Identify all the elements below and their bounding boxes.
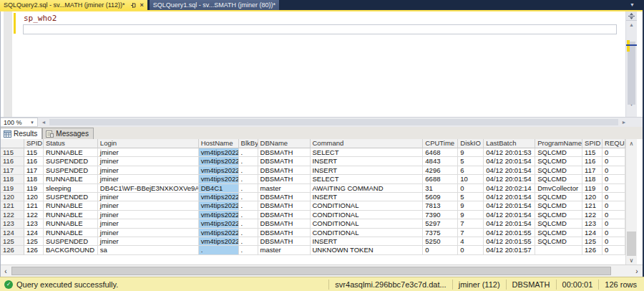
grid-cell[interactable]: 0	[602, 175, 625, 183]
grid-cell[interactable]: RUNNABLE	[44, 219, 98, 228]
grid-cell[interactable]: vm4tips2022q1	[199, 157, 239, 166]
scroll-left-icon[interactable]: ‹	[1, 265, 11, 277]
grid-cell[interactable]: 04/12 20:01:54	[484, 219, 535, 228]
scroll-up-icon[interactable]: ∧	[626, 139, 637, 148]
tab-messages[interactable]: Messages	[42, 128, 94, 139]
grid-cell[interactable]: 7390	[423, 211, 458, 219]
grid-cell[interactable]: SUSPENDED	[44, 237, 98, 246]
grid-cell[interactable]: SELECT	[311, 175, 424, 183]
grid-cell[interactable]: jminer	[98, 148, 199, 157]
grid-header-cell[interactable]: CPUTime	[423, 139, 458, 148]
grid-cell[interactable]: 115	[24, 148, 44, 157]
scroll-down-icon[interactable]: ∨	[626, 256, 637, 264]
grid-cell[interactable]: RUNNABLE	[44, 148, 98, 157]
grid-cell[interactable]: .	[199, 246, 239, 254]
grid-cell[interactable]: 125	[24, 237, 44, 246]
grid-cell[interactable]: 0	[423, 246, 458, 254]
grid-cell[interactable]: .	[239, 246, 258, 254]
grid-cell[interactable]: DmvCollector	[535, 184, 582, 193]
grid-cell[interactable]: 0	[602, 211, 625, 219]
grid-cell[interactable]: 123	[582, 219, 602, 228]
grid-cell[interactable]: 122	[582, 211, 602, 219]
grid-cell[interactable]: 04/12 20:01:55	[484, 229, 535, 237]
grid-cell[interactable]: BACKGROUND	[44, 246, 98, 254]
grid-scroll-thumb[interactable]	[627, 232, 636, 256]
grid-cell[interactable]: 118	[1, 175, 24, 183]
grid-cell[interactable]	[535, 246, 582, 254]
grid-cell[interactable]: DBSMATH	[258, 166, 311, 175]
chevron-down-icon[interactable]: ▼	[630, 2, 635, 7]
grid-cell[interactable]: jminer	[98, 166, 199, 175]
grid-cell[interactable]: 04/12 20:01:54	[484, 166, 535, 175]
grid-cell[interactable]: jminer	[98, 219, 199, 228]
grid-cell[interactable]: 118	[24, 175, 44, 183]
grid-cell[interactable]: .	[239, 193, 258, 201]
grid-cell[interactable]: INSERT	[311, 157, 424, 166]
grid-cell[interactable]: 0	[602, 157, 625, 166]
grid-cell[interactable]: vm4tips2022q1	[199, 201, 239, 210]
grid-cell[interactable]: 118	[582, 175, 602, 183]
grid-header-cell[interactable]: BlkBy	[239, 139, 258, 148]
grid-cell[interactable]: vm4tips2022q1	[199, 237, 239, 246]
grid-cell[interactable]: 0	[602, 148, 625, 157]
grid-cell[interactable]: .	[239, 148, 258, 157]
grid-cell[interactable]: 116	[582, 157, 602, 166]
grid-cell[interactable]: DBSMATH	[258, 229, 311, 237]
grid-cell[interactable]: 119	[24, 184, 44, 193]
grid-cell[interactable]: .	[239, 157, 258, 166]
grid-hscroll-thumb[interactable]	[11, 267, 611, 275]
grid-cell[interactable]: 0	[602, 237, 625, 246]
grid-cell[interactable]: .	[239, 175, 258, 183]
grid-cell[interactable]: 115	[582, 148, 602, 157]
current-line-box[interactable]	[23, 24, 617, 34]
grid-cell[interactable]: DB4C1	[199, 184, 239, 193]
grid-cell[interactable]: 117	[1, 166, 24, 175]
grid-cell[interactable]: 125	[1, 237, 24, 246]
grid-cell[interactable]: 7	[458, 219, 484, 228]
grid-cell[interactable]: CONDITIONAL	[311, 219, 424, 228]
grid-cell[interactable]: DBSMATH	[258, 201, 311, 210]
grid-cell[interactable]: 0	[602, 246, 625, 254]
editor-horizontal-scrollbar[interactable]: ◄ ►	[38, 118, 628, 127]
grid-cell[interactable]: SELECT	[311, 148, 424, 157]
pin-icon[interactable]	[130, 2, 136, 9]
grid-cell[interactable]: 116	[1, 157, 24, 166]
grid-cell[interactable]: jminer	[98, 193, 199, 201]
grid-cell[interactable]: vm4tips2022q1	[199, 219, 239, 228]
grid-cell[interactable]: 117	[582, 166, 602, 175]
grid-cell[interactable]: AWAITING COMMAND	[311, 184, 424, 193]
grid-cell[interactable]: 0	[458, 184, 484, 193]
grid-cell[interactable]: 121	[1, 201, 24, 210]
grid-cell[interactable]: 115	[1, 148, 24, 157]
grid-cell[interactable]: vm4tips2022q1	[199, 211, 239, 219]
grid-cell[interactable]: 5250	[423, 237, 458, 246]
grid-scroll-track[interactable]	[626, 148, 637, 256]
grid-cell[interactable]: .	[239, 166, 258, 175]
grid-cell[interactable]: .	[239, 184, 258, 193]
grid-cell[interactable]: 04/12 20:01:54	[484, 157, 535, 166]
grid-cell[interactable]: 126	[24, 246, 44, 254]
grid-cell[interactable]: 123	[1, 219, 24, 228]
grid-header-cell[interactable]: SPID	[24, 139, 44, 148]
grid-cell[interactable]: 120	[1, 193, 24, 201]
code-line[interactable]: sp_who2	[24, 14, 57, 24]
grid-cell[interactable]: RUNNABLE	[44, 201, 98, 210]
grid-cell[interactable]: 124	[24, 229, 44, 237]
grid-cell[interactable]: 119	[1, 184, 24, 193]
editor-scroll-track[interactable]	[626, 29, 637, 100]
grid-cell[interactable]: DBSMATH	[258, 219, 311, 228]
grid-cell[interactable]: 116	[24, 157, 44, 166]
grid-cell[interactable]: 4843	[423, 157, 458, 166]
grid-cell[interactable]: INSERT	[311, 193, 424, 201]
grid-cell[interactable]: 125	[582, 237, 602, 246]
tab-results[interactable]: Results	[0, 128, 42, 139]
grid-cell[interactable]: sleeping	[44, 184, 98, 193]
grid-cell[interactable]: jminer	[98, 175, 199, 183]
tab-sqlquery1[interactable]: SQLQuery1.sql - sv...SMATH (jminer (80))…	[150, 0, 279, 10]
grid-cell[interactable]: DBSMATH	[258, 211, 311, 219]
grid-header-cell[interactable]: LastBatch	[484, 139, 535, 148]
grid-cell[interactable]: SQLCMD	[535, 211, 582, 219]
zoom-level-select[interactable]: 100 % ▼	[0, 118, 38, 127]
grid-cell[interactable]: DBSMATH	[258, 237, 311, 246]
grid-cell[interactable]: SUSPENDED	[44, 193, 98, 201]
